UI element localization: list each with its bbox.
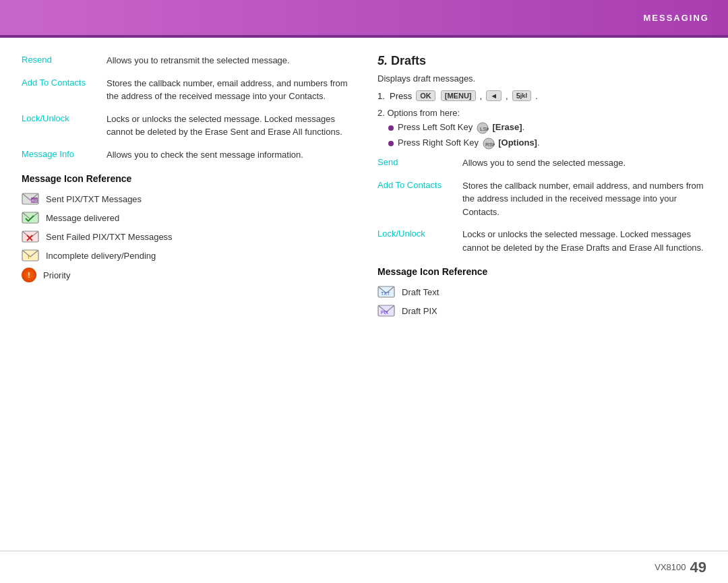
drafts-section-title: 5. Drafts bbox=[377, 54, 706, 68]
icon-row-delivered: Message delivered bbox=[22, 211, 351, 224]
bullet-list: Press Left Soft Key LSK [Erase]. Press R… bbox=[388, 122, 706, 150]
bullet-options-text: Press Right Soft Key RSK [Options]. bbox=[398, 137, 540, 150]
header-title: MESSAGING bbox=[644, 13, 709, 23]
bullet-dot-1 bbox=[388, 125, 394, 131]
step-2: 2. Options from here: bbox=[377, 108, 706, 118]
bullet-erase-text: Press Left Soft Key LSK [Erase]. bbox=[398, 122, 524, 134]
icon-row-draft-text: TXT Draft Text bbox=[377, 285, 706, 299]
icon-label-draft-text: Draft Text bbox=[402, 287, 439, 297]
icon-label-incomplete: Incomplete delivery/Pending bbox=[46, 251, 156, 261]
svg-text:LSK: LSK bbox=[480, 126, 489, 132]
term-label-message-info: Message Info bbox=[22, 148, 96, 162]
draft-pix-icon: PIX bbox=[377, 304, 395, 317]
bullet-erase: Press Left Soft Key LSK [Erase]. bbox=[388, 122, 706, 134]
term-label-lock-unlock: Lock/Unlock bbox=[22, 113, 96, 139]
right-soft-key-icon: RSK bbox=[483, 137, 495, 150]
term-row-lock-unlock-right: Lock/Unlock Locks or unlocks the selecte… bbox=[377, 228, 706, 254]
draft-text-icon: TXT bbox=[377, 285, 395, 299]
comma2: , bbox=[506, 91, 508, 101]
drafts-intro: Displays draft messages. bbox=[377, 73, 706, 84]
section-title-text: Drafts bbox=[391, 54, 426, 67]
page-header: MESSAGING bbox=[0, 0, 728, 35]
main-content: Resend Allows you to retransmit the sele… bbox=[0, 38, 728, 551]
period: . bbox=[535, 91, 538, 101]
left-icon-section-title: Message Icon Reference bbox=[22, 173, 351, 184]
icon-row-sent-failed: Sent Failed PIX/TXT Messagess bbox=[22, 230, 351, 243]
term-label-lock-unlock-right: Lock/Unlock bbox=[377, 228, 452, 254]
footer-model: VX8100 bbox=[655, 562, 686, 572]
ok-key: OK bbox=[416, 90, 435, 101]
left-soft-key-icon: LSK bbox=[477, 122, 489, 134]
term-row-lock-unlock: Lock/Unlock Locks or unlocks the selecte… bbox=[22, 113, 351, 139]
icon-label-priority: Priority bbox=[43, 270, 70, 280]
icon-label-sent-pixtxt: Sent PIX/TXT Messages bbox=[46, 194, 142, 204]
right-column: 5. Drafts Displays draft messages. 1. Pr… bbox=[377, 54, 706, 540]
svg-text:RSK: RSK bbox=[485, 142, 495, 148]
term-row-send: Send Allows you to send the selected mes… bbox=[377, 156, 706, 170]
term-desc-add-contacts: Stores the callback number, email addres… bbox=[107, 77, 351, 103]
term-desc-lock-unlock: Locks or unlocks the selected message. L… bbox=[107, 113, 351, 139]
term-label-add-contacts-right: Add To Contacts bbox=[377, 179, 452, 219]
term-desc-message-info: Allows you to check the sent message inf… bbox=[107, 148, 303, 162]
term-desc-send: Allows you to send the selected message. bbox=[462, 156, 626, 170]
svg-text:PIX: PIX bbox=[381, 310, 389, 315]
term-row-resend: Resend Allows you to retransmit the sele… bbox=[22, 54, 351, 67]
svg-text:TXT: TXT bbox=[381, 291, 390, 296]
icon-label-sent-failed: Sent Failed PIX/TXT Messagess bbox=[46, 232, 173, 242]
5jkl-key: 5jkl bbox=[512, 90, 531, 101]
term-label-add-contacts: Add To Contacts bbox=[22, 77, 96, 103]
icon-row-priority: ! Priority bbox=[22, 268, 351, 282]
page-footer: VX8100 49 bbox=[0, 551, 728, 583]
term-row-add-contacts: Add To Contacts Stores the callback numb… bbox=[22, 77, 351, 103]
sent-failed-icon bbox=[22, 230, 39, 243]
icon-row-draft-pix: PIX Draft PIX bbox=[377, 304, 706, 317]
section-number: 5. bbox=[377, 54, 388, 67]
incomplete-icon: ! bbox=[22, 249, 39, 262]
term-label-resend: Resend bbox=[22, 54, 96, 67]
comma: , bbox=[480, 91, 483, 101]
step-1: 1. Press OK [MENU] , ◄ , 5jkl . bbox=[377, 90, 706, 101]
svg-text:PIX: PIX bbox=[32, 199, 38, 203]
icon-row-sent-pixtxt: PIX Sent PIX/TXT Messages bbox=[22, 192, 351, 206]
priority-icon: ! bbox=[22, 268, 36, 282]
icon-label-draft-pix: Draft PIX bbox=[402, 306, 437, 316]
term-row-add-contacts-right: Add To Contacts Stores the callback numb… bbox=[377, 179, 706, 219]
sent-pixtxt-icon: PIX bbox=[22, 192, 39, 206]
step-1-num: 1. Press bbox=[377, 91, 412, 101]
right-icon-section-title: Message Icon Reference bbox=[377, 266, 706, 277]
menu-key: [MENU] bbox=[441, 90, 476, 101]
footer-page: 49 bbox=[690, 559, 706, 576]
icon-row-incomplete: ! Incomplete delivery/Pending bbox=[22, 249, 351, 262]
left-arrow-key: ◄ bbox=[486, 90, 502, 101]
bullet-options: Press Right Soft Key RSK [Options]. bbox=[388, 137, 706, 150]
bullet-dot-2 bbox=[388, 141, 394, 146]
term-label-send: Send bbox=[377, 156, 452, 170]
term-desc-resend: Allows you to retransmit the selected me… bbox=[107, 54, 290, 67]
svg-text:!: ! bbox=[28, 254, 30, 260]
term-desc-lock-unlock-right: Locks or unlocks the selected message. L… bbox=[462, 228, 706, 254]
term-desc-add-contacts-right: Stores the callback number, email addres… bbox=[462, 179, 706, 219]
left-column: Resend Allows you to retransmit the sele… bbox=[22, 54, 351, 540]
icon-label-delivered: Message delivered bbox=[46, 213, 119, 223]
term-row-message-info: Message Info Allows you to check the sen… bbox=[22, 148, 351, 162]
delivered-icon bbox=[22, 211, 39, 224]
